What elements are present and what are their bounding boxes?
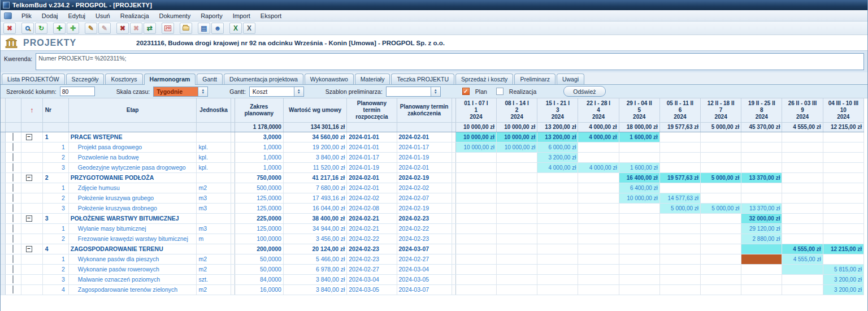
- toolbar-close-window-button[interactable]: ✖: [3, 23, 16, 34]
- menu-item-realizacja[interactable]: Realizacja: [115, 11, 154, 20]
- row-zakres: 84,0000: [235, 274, 283, 284]
- row-strip: [1, 213, 5, 223]
- row-end-date: 2024-02-23: [397, 213, 452, 223]
- gantt-cell: 32 000,00 zł: [741, 213, 782, 223]
- toolbar-add-row-button[interactable]: ✚: [53, 23, 66, 34]
- gantt-mode-select[interactable]: Koszt ▲▼: [249, 87, 304, 97]
- collapse-toggle[interactable]: [26, 134, 32, 140]
- menu-item-dokumenty[interactable]: Dokumenty: [154, 11, 196, 20]
- row-end-date: 2024-02-01: [397, 132, 452, 142]
- refresh-button[interactable]: Odśwież: [563, 86, 605, 97]
- row-etap: Wykonane pasów dla pieszych: [68, 254, 197, 264]
- row-checkbox[interactable]: [12, 224, 14, 232]
- toolbar-contacts-button[interactable]: ☻: [211, 23, 224, 34]
- menu-item-raporty[interactable]: Raporty: [196, 11, 228, 20]
- menu-item-import[interactable]: Import: [228, 11, 255, 20]
- row-select-cell: [5, 193, 21, 203]
- menu-item-edytuj[interactable]: Edytuj: [63, 11, 90, 20]
- tab-szczegóły[interactable]: Szczegóły: [66, 74, 105, 84]
- toolbar-edit-row-button[interactable]: ✎: [85, 23, 97, 34]
- gantt-cell: [619, 274, 659, 284]
- gantt-cell: [578, 244, 619, 254]
- tab-wykonawstwo[interactable]: Wykonawstwo: [305, 74, 354, 84]
- tab-lista-projektów[interactable]: Lista PROJEKTÓW: [2, 74, 65, 84]
- tab-sprzedaż-i-koszty[interactable]: Sprzedaż i koszty: [455, 74, 513, 84]
- toolbar-search-button[interactable]: [21, 23, 34, 34]
- task-row: 2Wykonanie pasów rowerowychm250,00006 97…: [1, 264, 864, 274]
- gantt-cell: [701, 162, 741, 172]
- toolbar-open-folder-button[interactable]: [180, 23, 192, 34]
- col-width-input[interactable]: [60, 87, 95, 96]
- gantt-cell: [455, 244, 496, 254]
- row-checkbox[interactable]: [12, 174, 14, 182]
- row-select-cell: [5, 284, 21, 295]
- gantt-cell: [578, 284, 619, 295]
- tab-kosztorys[interactable]: Kosztorys: [105, 74, 142, 84]
- edit-row-alt-icon: ✎: [102, 25, 107, 32]
- query-input[interactable]: Numer PROJEKTU= %202311%;: [36, 53, 864, 70]
- stage-row: 3POŁOŻENIE WARSTWY BITUMICZNEJ225,000038…: [1, 213, 864, 223]
- collapse-toggle[interactable]: [26, 246, 32, 252]
- tab-preliminarz[interactable]: Preliminarz: [514, 74, 555, 84]
- toolbar-schedule-button[interactable]: 20: [162, 23, 174, 34]
- collapse-toggle[interactable]: [26, 175, 32, 181]
- tab-dokumentacja-projektowa[interactable]: Dokumentacja projektowa: [224, 74, 303, 84]
- toolbar-transfer-button[interactable]: ⇄: [144, 23, 156, 34]
- gantt-cell: [578, 274, 619, 284]
- row-checkbox[interactable]: [12, 286, 14, 293]
- row-checkbox[interactable]: [12, 235, 14, 243]
- tab-harmonogram[interactable]: Harmonogram: [144, 74, 196, 85]
- sort-ascending-icon[interactable]: ↑: [30, 106, 33, 114]
- spinner-icon[interactable]: ▲▼: [198, 87, 207, 96]
- gantt-cell: [741, 152, 782, 162]
- row-checkbox[interactable]: [12, 204, 14, 212]
- plan-checkbox[interactable]: [462, 88, 470, 95]
- toolbar-import-excel-button[interactable]: X: [243, 23, 255, 34]
- row-checkbox[interactable]: [12, 153, 14, 161]
- toolbar-refresh-button[interactable]: ↻: [35, 23, 47, 34]
- tab-teczka-projektu[interactable]: Teczka PROJEKTU: [391, 74, 454, 84]
- gantt-cell: 10 000,00 zł: [455, 132, 496, 142]
- gantt-cell: [619, 234, 659, 244]
- toolbar-delete-row-button[interactable]: ✖: [116, 23, 129, 34]
- row-checkbox[interactable]: [12, 194, 14, 202]
- row-checkbox[interactable]: [12, 245, 14, 253]
- row-checkbox[interactable]: [12, 133, 14, 141]
- spinner-icon[interactable]: ▲▼: [431, 87, 440, 96]
- gantt-cell: [701, 193, 741, 203]
- toolbar-export-excel-button[interactable]: X: [229, 23, 242, 34]
- row-expand-cell: [21, 274, 42, 284]
- menu-item-plik[interactable]: Plik: [16, 11, 37, 20]
- collapse-toggle[interactable]: [26, 215, 32, 222]
- toolbar-add-subrow-button[interactable]: ✚: [67, 23, 79, 34]
- menu-item-eksport[interactable]: Eksport: [255, 11, 287, 20]
- row-checkbox[interactable]: [12, 184, 14, 192]
- gantt-cell: [537, 213, 578, 223]
- spinner-icon[interactable]: ▲▼: [294, 87, 303, 96]
- row-wartosc: 3 840,00 zł: [283, 152, 346, 162]
- menu-item-usuń[interactable]: Usuń: [90, 11, 115, 20]
- tab-uwagi[interactable]: Uwagi: [557, 74, 584, 84]
- row-checkbox[interactable]: [12, 143, 14, 151]
- tab-gantt[interactable]: Gantt: [197, 74, 223, 84]
- realization-checkbox[interactable]: [496, 88, 504, 95]
- week-total: 10 000,00 zł: [455, 122, 496, 132]
- row-checkbox[interactable]: [12, 265, 14, 273]
- week-column-header: 08 I - 14 I22024: [497, 98, 537, 122]
- menu-item-dodaj[interactable]: Dodaj: [37, 11, 63, 20]
- template-select[interactable]: ▲▼: [386, 87, 441, 97]
- row-checkbox[interactable]: [12, 255, 14, 263]
- gantt-cell: [497, 264, 537, 274]
- gantt-cell: 3 200,00 zł: [537, 152, 578, 162]
- row-start-date: 2024-01-17: [347, 152, 397, 162]
- toolbar-edit-row-alt-button[interactable]: ✎: [98, 23, 111, 34]
- app-icon: [3, 2, 10, 8]
- toolbar-documents-button[interactable]: ▤: [198, 23, 210, 34]
- tab-materiały[interactable]: Materiały: [355, 74, 390, 84]
- row-checkbox[interactable]: [12, 163, 14, 171]
- row-checkbox[interactable]: [12, 214, 14, 222]
- row-checkbox[interactable]: [12, 275, 14, 283]
- time-scale-select[interactable]: Tygodnie ▲▼: [153, 87, 208, 97]
- toolbar-delete-row-alt-button[interactable]: ✖: [130, 23, 142, 34]
- col-width-label: Szerokość kolumn:: [6, 88, 57, 95]
